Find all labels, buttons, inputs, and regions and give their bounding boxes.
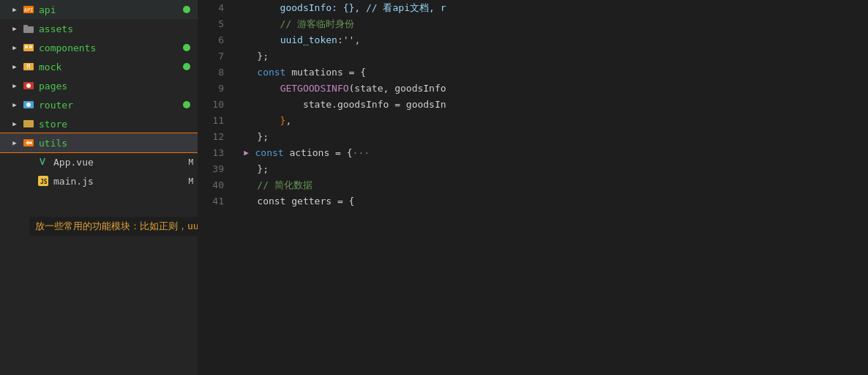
pages-label: pages: [39, 81, 198, 92]
code-line: };: [234, 129, 868, 145]
line-number: 11: [198, 113, 224, 129]
code-token: [234, 177, 257, 193]
code-area: 45678910111213394041 goodsInfo: {}, // 看…: [198, 0, 868, 375]
code-content: goodsInfo: {}, // 看api文档, r // 游客临时身份 uu…: [231, 0, 868, 375]
code-line: GETGOODSINFO(state, goodsInfo: [234, 81, 868, 97]
code-token: [234, 81, 280, 97]
code-line: state.goodsInfo = goodsIn: [234, 97, 868, 113]
code-line: // 简化数据: [234, 177, 868, 193]
line-number: 12: [198, 129, 224, 145]
main-js-icon: JS: [37, 174, 50, 188]
app-vue-label: App.vue: [53, 157, 188, 168]
svg-point-15: [29, 141, 32, 144]
code-token: uuid_token: [280, 32, 337, 48]
chevron-icon: ▶: [9, 6, 20, 13]
svg-rect-13: [23, 120, 34, 127]
badge-modified: M: [188, 157, 193, 167]
code-token: GETGOODSINFO: [280, 81, 349, 97]
modified-dot: [183, 6, 190, 13]
code-token: :'',: [337, 32, 360, 48]
main-js-label: main.js: [53, 176, 188, 187]
line-number: 6: [198, 32, 224, 48]
svg-rect-3: [23, 25, 28, 27]
code-token: (state, goodsInfo: [349, 81, 446, 97]
svg-text:V: V: [40, 157, 45, 167]
svg-text:M: M: [27, 64, 31, 70]
code-line: };: [234, 48, 868, 64]
code-line: // 游客临时身份: [234, 16, 868, 32]
chevron-icon: ▶: [9, 101, 20, 108]
line-number: 39: [198, 161, 224, 177]
utils-label: utils: [39, 138, 198, 149]
sidebar-item-main-js[interactable]: JSmain.jsM: [0, 171, 198, 190]
tooltip: 放一些常用的功能模块：比如正则，uuid: [29, 217, 198, 236]
router-icon: [22, 98, 35, 111]
chevron-icon: ▶: [9, 139, 20, 146]
line-number: 13: [198, 145, 224, 161]
badge-modified: M: [188, 177, 193, 186]
code-token: state.goodsInfo = goodsIn: [234, 97, 446, 113]
code-line: },: [234, 113, 868, 129]
pages-icon: [22, 79, 35, 92]
code-line: };: [234, 161, 868, 177]
code-line: const getters = {: [234, 193, 868, 209]
code-editor: 45678910111213394041 goodsInfo: {}, // 看…: [198, 0, 868, 375]
sidebar-item-router[interactable]: ▶router: [0, 95, 198, 114]
line-numbers: 45678910111213394041: [198, 0, 231, 375]
svg-point-10: [26, 83, 31, 88]
code-token: ,: [285, 113, 291, 129]
code-token: [234, 193, 257, 209]
code-token: [234, 32, 280, 48]
code-token: const getters = {: [257, 193, 354, 209]
line-number: 4: [198, 0, 224, 16]
svg-rect-6: [29, 45, 32, 48]
code-token: };: [234, 129, 269, 145]
modified-dot: [183, 44, 190, 51]
line-number: 7: [198, 48, 224, 64]
sidebar-item-pages[interactable]: ▶pages: [0, 76, 198, 95]
chevron-icon: ▶: [9, 82, 20, 89]
chevron-icon: ▶: [9, 25, 20, 32]
assets-label: assets: [39, 23, 198, 34]
components-icon: [22, 41, 35, 54]
code-token: [234, 64, 257, 81]
svg-text:JS: JS: [40, 179, 48, 185]
code-token: ▶: [234, 145, 254, 161]
code-token: const: [255, 145, 284, 161]
code-token: const: [257, 64, 285, 81]
sidebar-item-assets[interactable]: ▶assets: [0, 19, 198, 38]
sidebar-item-components[interactable]: ▶components: [0, 38, 198, 57]
sidebar-item-app-vue[interactable]: VApp.vueM: [0, 152, 198, 171]
code-line: ▶ const actions = {···: [234, 145, 868, 161]
sidebar-item-utils[interactable]: ▶utils: [0, 133, 198, 152]
svg-rect-5: [25, 45, 28, 48]
code-token: }: [234, 113, 285, 129]
router-label: router: [39, 100, 183, 111]
app-vue-icon: V: [37, 155, 50, 168]
svg-rect-2: [23, 26, 34, 33]
store-label: store: [39, 119, 198, 130]
svg-text:API: API: [24, 7, 34, 13]
modified-dot: [183, 63, 190, 70]
components-label: components: [39, 42, 183, 53]
sidebar-item-mock[interactable]: ▶Mmock: [0, 57, 198, 76]
line-number: 40: [198, 177, 224, 193]
code-line: uuid_token:'',: [234, 32, 868, 48]
assets-icon: [22, 22, 35, 35]
chevron-icon: ▶: [9, 44, 20, 51]
sidebar-item-store[interactable]: ▶store: [0, 114, 198, 133]
file-explorer: ▶APIapi▶assets▶components▶Mmock▶pages▶ro…: [0, 0, 198, 375]
mock-label: mock: [39, 62, 183, 73]
api-label: api: [39, 4, 183, 15]
chevron-icon: ▶: [9, 63, 20, 70]
line-number: 41: [198, 193, 224, 209]
code-token: // 简化数据: [257, 177, 312, 193]
code-line: const mutations = {: [234, 64, 868, 81]
line-number: 9: [198, 81, 224, 97]
code-token: goodsInfo: {}, // 看api文档, r: [234, 0, 446, 16]
code-line: goodsInfo: {}, // 看api文档, r: [234, 0, 868, 16]
code-token: };: [234, 48, 269, 64]
store-icon: [22, 117, 35, 130]
sidebar-item-api[interactable]: ▶APIapi: [0, 0, 198, 19]
code-token: // 游客临时身份: [234, 16, 354, 32]
